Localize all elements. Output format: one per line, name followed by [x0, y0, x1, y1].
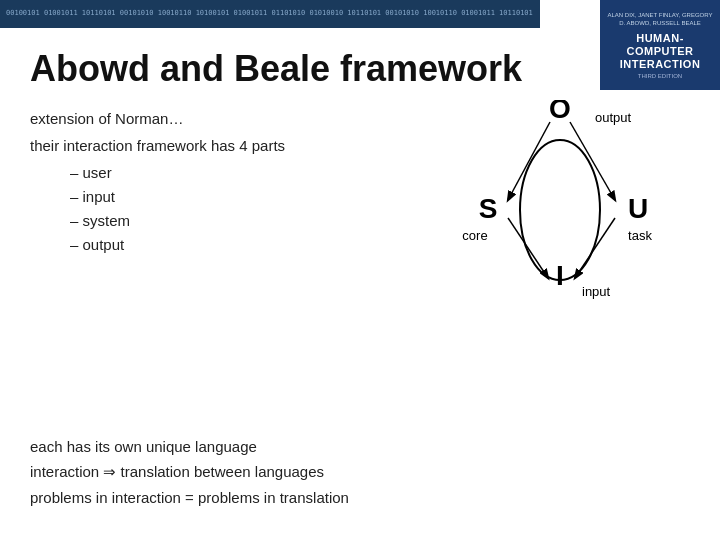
diagram-area: O output S core U task I input	[420, 100, 700, 300]
book-authors: ALAN DIX, JANET FINLAY, GREGORY D. ABOWD…	[606, 11, 714, 28]
I-label: I	[556, 260, 564, 291]
bottom-line3: problems in interaction = problems in tr…	[30, 485, 700, 511]
svg-line-4	[575, 218, 615, 278]
bottom-section: each has its own unique language interac…	[30, 434, 700, 511]
core-text-label: core	[462, 228, 487, 243]
bottom-line1: each has its own unique language	[30, 434, 700, 460]
U-label: U	[628, 193, 648, 224]
svg-line-1	[508, 122, 550, 200]
bottom-line2: interaction ⇒ translation between langua…	[30, 459, 700, 485]
O-label: O	[549, 100, 571, 124]
interaction-diagram: O output S core U task I input	[420, 100, 700, 300]
S-label: S	[479, 193, 498, 224]
top-bar-code: 00100101 01001011 10110101 00101010 1001…	[6, 9, 534, 18]
input-text-label: input	[582, 284, 611, 299]
svg-line-2	[570, 122, 615, 200]
top-bar: 00100101 01001011 10110101 00101010 1001…	[0, 0, 540, 28]
page-title: Abowd and Beale framework	[30, 48, 690, 90]
svg-line-3	[508, 218, 548, 278]
task-text-label: task	[628, 228, 652, 243]
output-text-label: output	[595, 110, 632, 125]
